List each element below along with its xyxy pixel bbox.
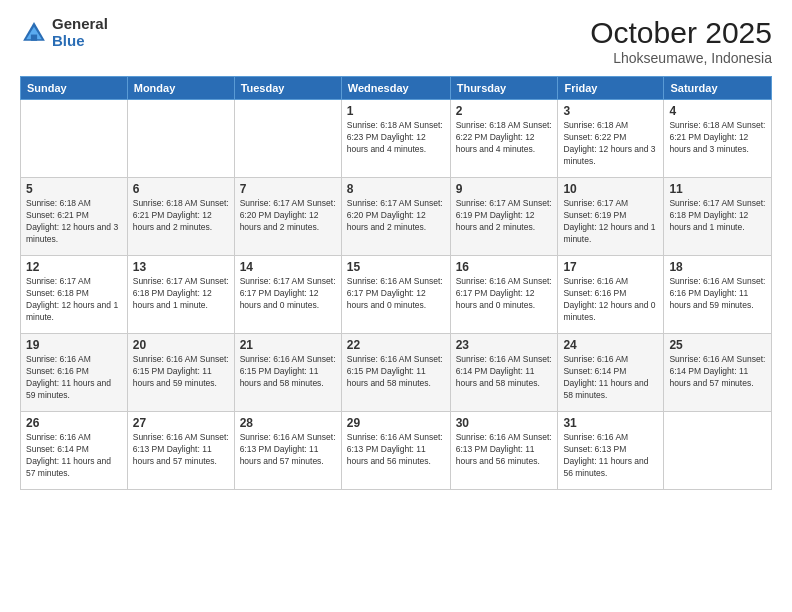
day-info: Sunrise: 6:16 AM Sunset: 6:14 PM Dayligh… <box>669 354 766 390</box>
table-row: 4Sunrise: 6:18 AM Sunset: 6:21 PM Daylig… <box>664 100 772 178</box>
day-info: Sunrise: 6:17 AM Sunset: 6:18 PM Dayligh… <box>669 198 766 234</box>
table-row: 9Sunrise: 6:17 AM Sunset: 6:19 PM Daylig… <box>450 178 558 256</box>
day-info: Sunrise: 6:16 AM Sunset: 6:15 PM Dayligh… <box>240 354 336 390</box>
table-row: 8Sunrise: 6:17 AM Sunset: 6:20 PM Daylig… <box>341 178 450 256</box>
table-row: 26Sunrise: 6:16 AM Sunset: 6:14 PM Dayli… <box>21 412 128 490</box>
col-saturday: Saturday <box>664 77 772 100</box>
col-sunday: Sunday <box>21 77 128 100</box>
calendar-week-5: 26Sunrise: 6:16 AM Sunset: 6:14 PM Dayli… <box>21 412 772 490</box>
col-thursday: Thursday <box>450 77 558 100</box>
calendar-week-2: 5Sunrise: 6:18 AM Sunset: 6:21 PM Daylig… <box>21 178 772 256</box>
day-info: Sunrise: 6:16 AM Sunset: 6:13 PM Dayligh… <box>456 432 553 468</box>
table-row: 6Sunrise: 6:18 AM Sunset: 6:21 PM Daylig… <box>127 178 234 256</box>
calendar-table: Sunday Monday Tuesday Wednesday Thursday… <box>20 76 772 490</box>
day-number: 28 <box>240 416 336 430</box>
day-info: Sunrise: 6:18 AM Sunset: 6:23 PM Dayligh… <box>347 120 445 156</box>
day-number: 12 <box>26 260 122 274</box>
table-row: 12Sunrise: 6:17 AM Sunset: 6:18 PM Dayli… <box>21 256 128 334</box>
table-row: 10Sunrise: 6:17 AM Sunset: 6:19 PM Dayli… <box>558 178 664 256</box>
day-number: 25 <box>669 338 766 352</box>
location-title: Lhokseumawe, Indonesia <box>590 50 772 66</box>
day-number: 22 <box>347 338 445 352</box>
table-row: 13Sunrise: 6:17 AM Sunset: 6:18 PM Dayli… <box>127 256 234 334</box>
table-row: 23Sunrise: 6:16 AM Sunset: 6:14 PM Dayli… <box>450 334 558 412</box>
table-row: 17Sunrise: 6:16 AM Sunset: 6:16 PM Dayli… <box>558 256 664 334</box>
day-number: 27 <box>133 416 229 430</box>
day-info: Sunrise: 6:16 AM Sunset: 6:13 PM Dayligh… <box>563 432 658 480</box>
day-info: Sunrise: 6:17 AM Sunset: 6:18 PM Dayligh… <box>26 276 122 324</box>
day-number: 13 <box>133 260 229 274</box>
calendar-week-4: 19Sunrise: 6:16 AM Sunset: 6:16 PM Dayli… <box>21 334 772 412</box>
day-info: Sunrise: 6:16 AM Sunset: 6:16 PM Dayligh… <box>669 276 766 312</box>
table-row: 1Sunrise: 6:18 AM Sunset: 6:23 PM Daylig… <box>341 100 450 178</box>
day-number: 16 <box>456 260 553 274</box>
day-number: 3 <box>563 104 658 118</box>
day-number: 8 <box>347 182 445 196</box>
table-row: 14Sunrise: 6:17 AM Sunset: 6:17 PM Dayli… <box>234 256 341 334</box>
day-number: 5 <box>26 182 122 196</box>
day-number: 10 <box>563 182 658 196</box>
table-row: 31Sunrise: 6:16 AM Sunset: 6:13 PM Dayli… <box>558 412 664 490</box>
table-row <box>664 412 772 490</box>
day-info: Sunrise: 6:17 AM Sunset: 6:18 PM Dayligh… <box>133 276 229 312</box>
day-info: Sunrise: 6:16 AM Sunset: 6:15 PM Dayligh… <box>133 354 229 390</box>
day-info: Sunrise: 6:16 AM Sunset: 6:14 PM Dayligh… <box>456 354 553 390</box>
table-row <box>21 100 128 178</box>
table-row <box>127 100 234 178</box>
table-row: 2Sunrise: 6:18 AM Sunset: 6:22 PM Daylig… <box>450 100 558 178</box>
table-row: 25Sunrise: 6:16 AM Sunset: 6:14 PM Dayli… <box>664 334 772 412</box>
month-title: October 2025 <box>590 16 772 50</box>
day-number: 11 <box>669 182 766 196</box>
table-row: 11Sunrise: 6:17 AM Sunset: 6:18 PM Dayli… <box>664 178 772 256</box>
logo: General Blue <box>20 16 108 49</box>
day-number: 2 <box>456 104 553 118</box>
day-number: 18 <box>669 260 766 274</box>
day-number: 4 <box>669 104 766 118</box>
day-info: Sunrise: 6:16 AM Sunset: 6:17 PM Dayligh… <box>456 276 553 312</box>
day-info: Sunrise: 6:16 AM Sunset: 6:14 PM Dayligh… <box>563 354 658 402</box>
table-row <box>234 100 341 178</box>
table-row: 20Sunrise: 6:16 AM Sunset: 6:15 PM Dayli… <box>127 334 234 412</box>
table-row: 3Sunrise: 6:18 AM Sunset: 6:22 PM Daylig… <box>558 100 664 178</box>
day-number: 21 <box>240 338 336 352</box>
day-info: Sunrise: 6:18 AM Sunset: 6:22 PM Dayligh… <box>563 120 658 168</box>
day-number: 19 <box>26 338 122 352</box>
table-row: 16Sunrise: 6:16 AM Sunset: 6:17 PM Dayli… <box>450 256 558 334</box>
day-info: Sunrise: 6:16 AM Sunset: 6:16 PM Dayligh… <box>563 276 658 324</box>
day-number: 17 <box>563 260 658 274</box>
day-info: Sunrise: 6:16 AM Sunset: 6:14 PM Dayligh… <box>26 432 122 480</box>
day-info: Sunrise: 6:16 AM Sunset: 6:15 PM Dayligh… <box>347 354 445 390</box>
day-info: Sunrise: 6:17 AM Sunset: 6:20 PM Dayligh… <box>347 198 445 234</box>
day-number: 31 <box>563 416 658 430</box>
col-friday: Friday <box>558 77 664 100</box>
day-info: Sunrise: 6:17 AM Sunset: 6:19 PM Dayligh… <box>456 198 553 234</box>
table-row: 19Sunrise: 6:16 AM Sunset: 6:16 PM Dayli… <box>21 334 128 412</box>
day-info: Sunrise: 6:17 AM Sunset: 6:17 PM Dayligh… <box>240 276 336 312</box>
calendar-week-3: 12Sunrise: 6:17 AM Sunset: 6:18 PM Dayli… <box>21 256 772 334</box>
table-row: 29Sunrise: 6:16 AM Sunset: 6:13 PM Dayli… <box>341 412 450 490</box>
day-number: 15 <box>347 260 445 274</box>
table-row: 22Sunrise: 6:16 AM Sunset: 6:15 PM Dayli… <box>341 334 450 412</box>
day-info: Sunrise: 6:16 AM Sunset: 6:13 PM Dayligh… <box>240 432 336 468</box>
header: General Blue October 2025 Lhokseumawe, I… <box>20 16 772 66</box>
day-number: 9 <box>456 182 553 196</box>
col-wednesday: Wednesday <box>341 77 450 100</box>
logo-text: General Blue <box>52 16 108 49</box>
table-row: 15Sunrise: 6:16 AM Sunset: 6:17 PM Dayli… <box>341 256 450 334</box>
logo-blue-text: Blue <box>52 33 108 50</box>
title-block: October 2025 Lhokseumawe, Indonesia <box>590 16 772 66</box>
svg-rect-2 <box>31 34 37 40</box>
day-number: 23 <box>456 338 553 352</box>
table-row: 21Sunrise: 6:16 AM Sunset: 6:15 PM Dayli… <box>234 334 341 412</box>
table-row: 28Sunrise: 6:16 AM Sunset: 6:13 PM Dayli… <box>234 412 341 490</box>
day-info: Sunrise: 6:18 AM Sunset: 6:21 PM Dayligh… <box>669 120 766 156</box>
day-number: 1 <box>347 104 445 118</box>
table-row: 7Sunrise: 6:17 AM Sunset: 6:20 PM Daylig… <box>234 178 341 256</box>
day-number: 24 <box>563 338 658 352</box>
table-row: 30Sunrise: 6:16 AM Sunset: 6:13 PM Dayli… <box>450 412 558 490</box>
day-info: Sunrise: 6:17 AM Sunset: 6:19 PM Dayligh… <box>563 198 658 246</box>
table-row: 5Sunrise: 6:18 AM Sunset: 6:21 PM Daylig… <box>21 178 128 256</box>
day-number: 7 <box>240 182 336 196</box>
day-number: 30 <box>456 416 553 430</box>
logo-general-text: General <box>52 16 108 33</box>
